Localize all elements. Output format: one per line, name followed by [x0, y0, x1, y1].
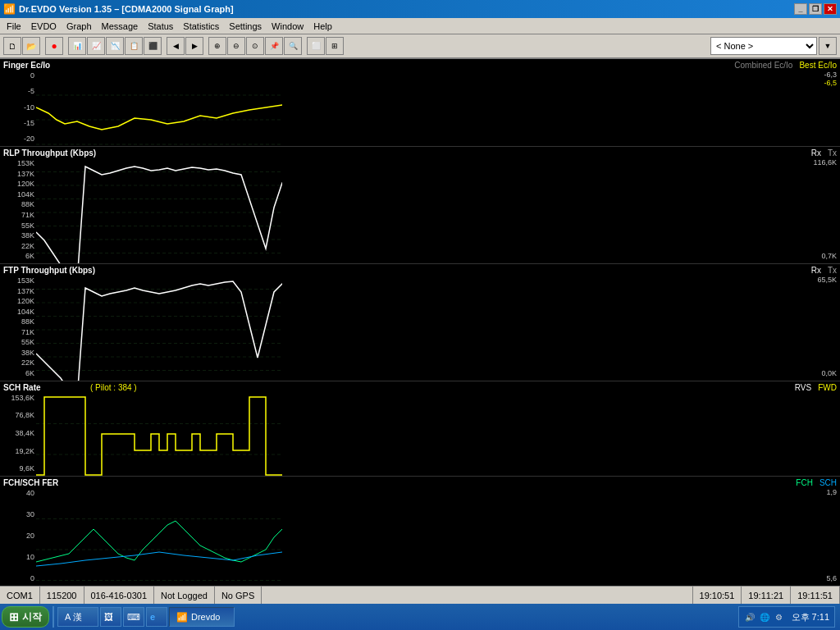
y3-1: 137K: [0, 288, 36, 295]
graph5-top-value: 1,9: [826, 488, 837, 496]
tb-btn8[interactable]: ⊕: [208, 37, 226, 55]
toolbar: 🗋 📂 ● 📊 📈 📉 📋 ⬛ ◀ ▶ ⊕ ⊖ ⊙ 📌 🔍 ⬜ ⊞ < None…: [0, 34, 840, 59]
status-time1: 19:10:51: [692, 587, 742, 604]
title-bar-left: 📶 Dr.EVDO Version 1.35 – [CDMA2000 Signa…: [3, 3, 234, 15]
y5-0: 40: [0, 490, 36, 497]
label-combined: Combined Ec/Io: [734, 61, 792, 70]
graph1-y-axis: 0 -5 -10 -15 -20: [0, 71, 36, 144]
tb-btn6[interactable]: ◀: [167, 37, 185, 55]
ftp-line: [36, 281, 282, 381]
y3-2: 120K: [0, 298, 36, 305]
tb-btn1[interactable]: 📊: [68, 37, 86, 55]
menu-window[interactable]: Window: [267, 18, 308, 34]
tb-btn13[interactable]: ⬜: [307, 37, 325, 55]
status-bar: COM1 115200 016-416-0301 Not Logged No G…: [0, 586, 840, 604]
minimize-button[interactable]: _: [794, 3, 807, 15]
y3-5: 71K: [0, 329, 36, 336]
close-button[interactable]: ✕: [824, 3, 837, 15]
start-button[interactable]: ⊞ 시작: [2, 606, 49, 628]
tray-icon3[interactable]: ⚙: [774, 611, 785, 623]
graph3-y-axis: 153K 137K 120K 104K 88K 71K 55K 38K 22K …: [0, 276, 36, 379]
tb-btn2[interactable]: 📈: [87, 37, 105, 55]
tb-btn9[interactable]: ⊖: [227, 37, 245, 55]
y1-label1: -5: [0, 88, 36, 95]
tb-btn7[interactable]: ▶: [185, 37, 203, 55]
menu-settings[interactable]: Settings: [224, 18, 267, 34]
tb-btn10[interactable]: ⊙: [246, 37, 264, 55]
dropdown-arrow[interactable]: ▼: [819, 37, 837, 55]
graph2-top-value: 116,6K: [813, 158, 837, 167]
label-tx2: Tx: [828, 148, 837, 158]
graph4-y-axis: 153,6K 76,8K 38,4K 19,2K 9,6K: [0, 393, 36, 474]
tray-icon2[interactable]: 🌐: [759, 611, 770, 623]
y3-4: 88K: [0, 318, 36, 326]
label-rx2: Rx: [811, 148, 821, 158]
menu-message[interactable]: Message: [97, 18, 144, 34]
title-bar-controls[interactable]: _ ❐ ✕: [794, 3, 837, 15]
y3-0: 153K: [0, 277, 36, 285]
tb-btn11[interactable]: 📌: [265, 37, 283, 55]
task-icon2-symbol: ⌨: [127, 612, 140, 623]
menu-evdo[interactable]: EVDO: [26, 18, 62, 34]
graph2-svg: [36, 158, 282, 264]
none-select[interactable]: < None >: [710, 37, 817, 55]
y2-6: 55K: [0, 222, 36, 230]
task-icon2[interactable]: ⌨: [123, 607, 144, 627]
tb-btn14[interactable]: ⊞: [326, 37, 344, 55]
task-icon1[interactable]: 🖼: [100, 607, 121, 627]
restore-button[interactable]: ❐: [809, 3, 822, 15]
windows-logo: ⊞: [9, 610, 19, 623]
drevdo-label: Drevdo: [191, 612, 220, 622]
graph3-title: FTP Throughput (Kbps): [3, 266, 95, 275]
y1-label2: -10: [0, 104, 36, 112]
label-sch: SCH: [819, 478, 837, 487]
tb-btn4[interactable]: 📋: [125, 37, 143, 55]
main-content: Finger Ec/Io Combined Ec/Io Best Ec/Io -…: [0, 59, 840, 586]
graph2-bottom-value: 0,7K: [821, 252, 837, 260]
graph3-right-labels: Rx Tx: [811, 266, 837, 275]
menu-statistics[interactable]: Statistics: [178, 18, 224, 34]
tb-btn5[interactable]: ⬛: [144, 37, 162, 55]
y4-3: 19,2K: [0, 448, 36, 455]
graph4-right-labels: RVS FWD: [795, 383, 837, 392]
graph5-y-axis: 40 30 20 10 0: [0, 488, 36, 584]
task-ie[interactable]: e: [146, 607, 167, 627]
graph4-title: SCH Rate: [3, 383, 41, 392]
tb-record-stop[interactable]: ●: [45, 37, 63, 55]
ime-button[interactable]: A 漢: [57, 607, 98, 627]
label-rvs: RVS: [795, 383, 811, 392]
menu-graph[interactable]: Graph: [62, 18, 97, 34]
graph4-subtitle: ( Pilot : 384 ): [90, 383, 137, 392]
y4-1: 76,8K: [0, 412, 36, 419]
y3-8: 22K: [0, 359, 36, 367]
app-icon: 📶: [3, 3, 16, 15]
y5-4: 0: [0, 575, 36, 582]
status-time2: 19:11:21: [742, 587, 791, 604]
status-baud: 115200: [40, 587, 84, 604]
menu-bar: File EVDO Graph Message Status Statistic…: [0, 18, 840, 34]
tb-new[interactable]: 🗋: [3, 37, 21, 55]
graph1-top-value2: -6,5: [824, 79, 837, 87]
tray-icon1[interactable]: 🔊: [744, 611, 756, 623]
menu-file[interactable]: File: [2, 18, 26, 34]
toolbar-dropdown: < None > ▼: [710, 37, 837, 55]
status-gps: No GPS: [215, 587, 262, 604]
y3-7: 38K: [0, 349, 36, 357]
ime-label: A 漢: [65, 611, 82, 623]
y2-0: 153K: [0, 160, 36, 167]
tb-btn12[interactable]: 🔍: [284, 37, 302, 55]
y4-0: 153,6K: [0, 395, 36, 402]
menu-help[interactable]: Help: [308, 18, 337, 34]
graph3-bottom-value: 0,0K: [821, 369, 837, 377]
y2-9: 6K: [0, 253, 36, 260]
tb-btn3[interactable]: 📉: [106, 37, 124, 55]
start-label: 시작: [22, 610, 42, 624]
tb-open[interactable]: 📂: [22, 37, 40, 55]
graph2-title: RLP Throughput (Kbps): [3, 148, 96, 158]
task-drevdo[interactable]: 📶 Drevdo: [169, 607, 235, 627]
graph1-top-value: -6,3: [824, 71, 837, 79]
menu-status[interactable]: Status: [143, 18, 178, 34]
y3-6: 55K: [0, 339, 36, 346]
graph-finger-ecio: Finger Ec/Io Combined Ec/Io Best Ec/Io -…: [0, 59, 840, 147]
label-tx3: Tx: [828, 266, 837, 275]
